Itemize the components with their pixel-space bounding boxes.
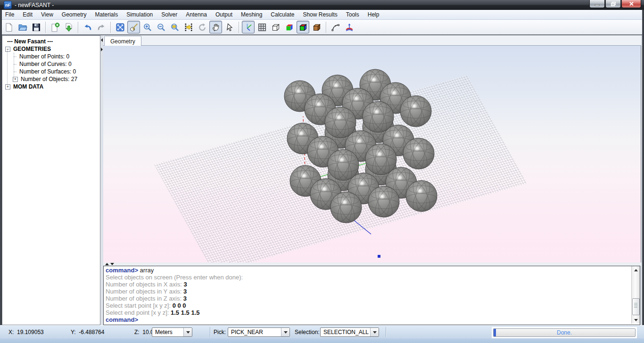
app-window: nF - newFASANT - FileEditViewGeometryMat…	[0, 0, 644, 343]
pick-select[interactable]: PICK_NEAR	[228, 327, 290, 337]
show-axes-button[interactable]	[242, 21, 255, 33]
units-select[interactable]: Meters	[152, 327, 192, 337]
undo-button[interactable]	[81, 21, 94, 33]
collapse-box-icon[interactable]: −	[5, 47, 10, 52]
tree-item-label: GEOMETRIES	[12, 46, 52, 52]
tree-item-label: Number of Points: 0	[18, 53, 70, 60]
units-dropdown-button[interactable]	[183, 328, 192, 336]
rotate-view-icon	[198, 23, 207, 32]
collapse-down-arrow-icon[interactable]	[110, 263, 114, 265]
surface-normals-button[interactable]	[343, 21, 355, 33]
tree-connector	[14, 57, 17, 57]
console-splitter[interactable]	[103, 262, 641, 266]
coord-y: Y: -6.488764	[71, 329, 104, 335]
menu-edit[interactable]: Edit	[18, 10, 37, 19]
zoom-out-button[interactable]	[155, 21, 167, 33]
zoom-in-button[interactable]	[141, 21, 154, 33]
toolbar-separator	[78, 22, 78, 33]
sphere-array	[284, 68, 437, 223]
collapse-up-arrow-icon[interactable]	[105, 263, 109, 265]
minimize-icon	[594, 2, 600, 6]
zoom-out-icon	[157, 23, 166, 32]
chevron-down-icon	[284, 331, 288, 334]
view-wireframe-button[interactable]	[269, 21, 282, 33]
fit-view-button[interactable]	[114, 21, 126, 33]
show-grid-button[interactable]	[256, 21, 268, 33]
redo-button[interactable]	[95, 21, 107, 33]
tab-geometry[interactable]: Geometry	[104, 36, 141, 46]
console-line: Select objects on screen (Press enter wh…	[106, 274, 638, 281]
menu-show-results[interactable]: Show Results	[298, 10, 341, 19]
close-button[interactable]	[621, 0, 641, 8]
view-shaded-edges-button[interactable]	[297, 21, 309, 33]
progress-label: Done.	[494, 329, 635, 336]
view-shaded-button[interactable]	[283, 21, 296, 33]
new-page-add-button[interactable]	[49, 21, 61, 33]
scroll-up-button[interactable]	[632, 266, 640, 274]
command-console[interactable]: command> arraySelect objects on screen (…	[103, 266, 640, 325]
save-file-button[interactable]	[30, 21, 42, 33]
console-scrollbar[interactable]	[631, 266, 640, 324]
progress-track: Done.	[493, 328, 636, 337]
toolbar-separator	[239, 22, 239, 33]
scroll-down-button[interactable]	[632, 316, 640, 324]
menu-solver[interactable]: Solver	[157, 10, 182, 19]
undo-icon	[83, 23, 92, 32]
redo-icon	[97, 23, 106, 32]
tree-item-number-of-curves-0[interactable]: Number of Curves: 0	[4, 60, 100, 68]
expand-box-icon[interactable]: +	[5, 84, 10, 90]
tree-item-number-of-surfaces-0[interactable]: Number of Surfaces: 0	[4, 68, 100, 75]
import-file-button[interactable]	[62, 21, 75, 33]
menu-help[interactable]: Help	[363, 10, 384, 19]
tree-item-label: Number of Surfaces: 0	[18, 68, 77, 75]
collapse-left-arrow-icon[interactable]	[101, 38, 103, 42]
tree-connector	[7, 49, 8, 84]
create-curve-button[interactable]	[329, 21, 342, 33]
open-file-button[interactable]	[16, 21, 29, 33]
orbit-view-button[interactable]	[127, 21, 140, 33]
console-line: Select end point [x y z]: 1.5 1.5 1.5	[106, 309, 638, 316]
console-line: Number of objects in Y axis: 3	[106, 288, 638, 295]
pan-view-button[interactable]	[209, 21, 222, 33]
new-file-button[interactable]	[2, 21, 15, 33]
menu-geometry[interactable]: Geometry	[58, 10, 91, 19]
minimize-button[interactable]	[589, 0, 605, 8]
tree-item-new-fasant[interactable]: --- New Fasant ---	[4, 38, 100, 45]
zoom-window-button[interactable]	[168, 21, 181, 33]
tree-item-number-of-points-0[interactable]: Number of Points: 0	[4, 53, 100, 60]
restore-button[interactable]	[605, 0, 621, 8]
tree-item-mom-data[interactable]: +MOM DATA	[4, 83, 100, 90]
view-shaded-icon	[285, 23, 294, 32]
frame-step-button[interactable]	[182, 21, 195, 33]
selection-select[interactable]: SELECTION_ALL	[320, 327, 379, 337]
tree-item-number-of-objects-27[interactable]: +Number of Objects: 27	[4, 75, 100, 83]
menu-view[interactable]: View	[37, 10, 58, 19]
collapse-right-arrow-icon[interactable]	[101, 48, 103, 51]
toolbar-separator	[110, 22, 111, 33]
menu-output[interactable]: Output	[211, 10, 237, 19]
menu-calculate[interactable]: Calculate	[266, 10, 298, 19]
chevron-down-icon	[186, 331, 190, 334]
menu-materials[interactable]: Materials	[91, 10, 123, 19]
status-separator	[210, 327, 210, 337]
menu-simulation[interactable]: Simulation	[122, 10, 157, 19]
menu-tools[interactable]: Tools	[342, 10, 363, 19]
selection-dropdown-button[interactable]	[370, 328, 379, 336]
tree-item-geometries[interactable]: −GEOMETRIES	[4, 45, 100, 53]
select-cursor-button[interactable]	[223, 21, 236, 33]
viewport-3d[interactable]	[103, 46, 641, 262]
rotate-view-button[interactable]	[196, 21, 208, 33]
title-bar[interactable]: nF - newFASANT -	[0, 0, 644, 10]
scrollbar-thumb[interactable]	[632, 298, 640, 315]
fit-view-icon	[116, 23, 125, 32]
menu-meshing[interactable]: Meshing	[237, 10, 266, 19]
window-bottom-border	[0, 338, 644, 343]
pick-dropdown-button[interactable]	[281, 328, 289, 336]
menu-file[interactable]: File	[1, 10, 18, 19]
close-icon	[629, 1, 634, 6]
menu-antenna[interactable]: Antenna	[182, 10, 211, 19]
tree-connector	[14, 72, 17, 72]
view-textured-button[interactable]	[310, 21, 323, 33]
new-file-icon	[4, 23, 14, 32]
view-wireframe-icon	[271, 23, 281, 32]
